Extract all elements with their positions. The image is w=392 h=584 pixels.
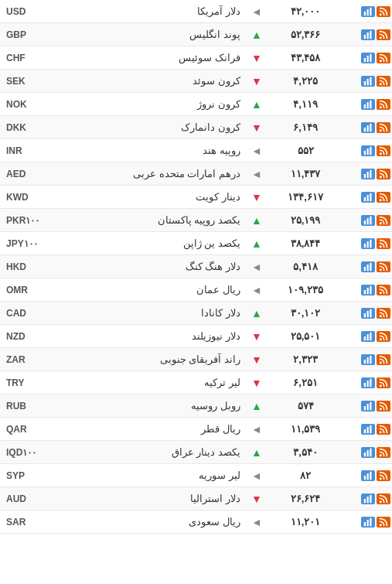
trend-indicator: ▲ — [247, 98, 267, 111]
chart-icon[interactable] — [361, 145, 375, 156]
currency-price: ۳,۵۴۰ — [267, 446, 344, 458]
rss-icon[interactable] — [377, 377, 390, 388]
svg-point-24 — [380, 152, 382, 155]
svg-point-40 — [380, 245, 382, 248]
trend-indicator: ▼ — [247, 75, 267, 87]
row-icons — [344, 331, 390, 342]
chart-icon[interactable] — [361, 354, 375, 365]
svg-rect-49 — [364, 290, 366, 294]
row-icons — [344, 145, 390, 156]
chart-icon[interactable] — [361, 76, 375, 87]
row-icons — [344, 122, 390, 133]
chart-icon[interactable] — [361, 29, 375, 40]
row-icons — [344, 6, 390, 17]
rss-icon[interactable] — [377, 122, 390, 133]
trend-indicator: ▼ — [247, 377, 267, 389]
chart-icon[interactable] — [361, 261, 375, 272]
svg-rect-35 — [370, 193, 371, 201]
currency-name: کرون دانمارک — [48, 121, 247, 133]
trend-indicator: ◄ — [247, 423, 267, 435]
table-row: ۴۲,۰۰۰◄دلار آمریکاUSD — [0, 0, 392, 23]
rss-icon[interactable] — [377, 401, 390, 412]
chart-icon[interactable] — [361, 122, 375, 133]
table-row: ۳۸,۸۴۴▲یکصد ین ژاپنJPY۱۰۰ — [0, 232, 392, 255]
rss-icon[interactable] — [377, 145, 390, 156]
chart-icon[interactable] — [361, 308, 375, 319]
row-icons — [344, 285, 390, 295]
chart-icon[interactable] — [361, 285, 375, 295]
currency-price: ۳۸,۸۴۴ — [267, 237, 344, 249]
currency-price: ۱۳۴,۶۱۷ — [267, 191, 344, 203]
rss-icon[interactable] — [377, 517, 390, 528]
chart-icon[interactable] — [361, 470, 375, 481]
currency-code: AUD — [2, 493, 48, 504]
rss-icon[interactable] — [377, 354, 390, 365]
currency-name: فرانک سوئیس — [48, 52, 247, 63]
rss-icon[interactable] — [377, 6, 390, 17]
rss-icon[interactable] — [377, 169, 390, 179]
chart-icon[interactable] — [361, 6, 375, 17]
chart-icon[interactable] — [361, 331, 375, 342]
chart-icon[interactable] — [361, 53, 375, 63]
rss-icon[interactable] — [377, 192, 390, 203]
chart-icon[interactable] — [361, 424, 375, 435]
currency-price: ۲۵,۵۰۱ — [267, 330, 344, 342]
trend-indicator: ◄ — [247, 284, 267, 296]
chart-icon[interactable] — [361, 447, 375, 458]
svg-rect-46 — [367, 265, 369, 271]
table-row: ۴۳,۴۵۸▼فرانک سوئیسCHF — [0, 46, 392, 70]
currency-price: ۶,۲۵۱ — [267, 377, 344, 388]
chart-icon[interactable] — [361, 377, 375, 388]
rss-icon[interactable] — [377, 285, 390, 295]
rss-icon[interactable] — [377, 331, 390, 342]
currency-name: درهم امارات متحده عربی — [48, 168, 247, 179]
rss-icon[interactable] — [377, 215, 390, 226]
rss-icon[interactable] — [377, 99, 390, 110]
rss-icon[interactable] — [377, 29, 390, 40]
currency-name: پوند انگلیس — [48, 29, 247, 40]
svg-rect-38 — [367, 218, 369, 224]
currency-name: دینار کویت — [48, 191, 247, 203]
currency-price: ۵۷۴ — [267, 400, 344, 412]
svg-rect-31 — [370, 169, 371, 178]
rss-icon[interactable] — [377, 308, 390, 319]
chart-icon[interactable] — [361, 238, 375, 249]
chart-icon[interactable] — [361, 215, 375, 226]
currency-code: OMR — [2, 285, 48, 295]
row-icons — [344, 493, 390, 504]
rss-icon[interactable] — [377, 261, 390, 272]
rss-icon[interactable] — [377, 493, 390, 504]
rss-icon[interactable] — [377, 470, 390, 481]
rss-icon[interactable] — [377, 447, 390, 458]
currency-name: ریال قطر — [48, 423, 247, 435]
trend-indicator: ▲ — [247, 446, 267, 459]
svg-rect-21 — [364, 128, 366, 131]
chart-icon[interactable] — [361, 169, 375, 179]
svg-rect-67 — [370, 378, 371, 387]
rss-icon[interactable] — [377, 76, 390, 87]
svg-point-52 — [380, 315, 382, 317]
trend-indicator: ▼ — [247, 330, 267, 343]
table-row: ۲۵,۱۹۹▲یکصد روپیه پاکستانPKR۱۰۰ — [0, 209, 392, 232]
svg-rect-47 — [370, 262, 371, 271]
chart-icon[interactable] — [361, 192, 375, 203]
svg-rect-89 — [364, 522, 366, 526]
svg-rect-62 — [367, 357, 369, 364]
table-row: ۱۱,۵۳۹◄ریال قطرQAR — [0, 418, 392, 441]
svg-rect-25 — [364, 151, 366, 155]
chart-icon[interactable] — [361, 99, 375, 110]
rss-icon[interactable] — [377, 53, 390, 63]
rss-icon[interactable] — [377, 238, 390, 249]
chart-icon[interactable] — [361, 401, 375, 412]
svg-rect-81 — [364, 476, 366, 480]
svg-point-84 — [380, 500, 382, 503]
currency-price: ۳۰,۱۰۲ — [267, 307, 344, 319]
svg-rect-3 — [370, 7, 371, 15]
currency-price: ۴۲,۰۰۰ — [267, 5, 344, 17]
svg-point-44 — [380, 268, 382, 271]
svg-rect-1 — [364, 12, 366, 15]
chart-icon[interactable] — [361, 493, 375, 504]
currency-price: ۵۵۲ — [267, 145, 344, 156]
rss-icon[interactable] — [377, 424, 390, 435]
chart-icon[interactable] — [361, 517, 375, 528]
